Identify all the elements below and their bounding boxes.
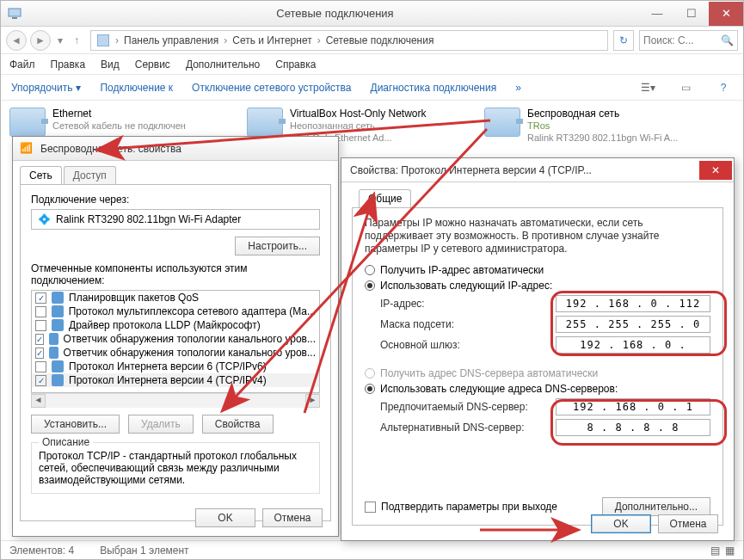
dns2-input[interactable]: 8 . 8 . 8 . 8	[556, 419, 710, 436]
list-item[interactable]: Протокол Интернета версии 6 (TCP/IPv6)	[32, 360, 319, 373]
description-label: Описание	[39, 436, 93, 448]
adapter-name-box: 💠 Ralink RT3290 802.11bgn Wi-Fi Adapter	[31, 209, 320, 230]
components-label: Отмеченные компоненты используются этим …	[31, 262, 320, 286]
checkbox-icon[interactable]: ✓	[35, 348, 44, 359]
protocol-icon	[52, 292, 64, 304]
menu-view[interactable]: Вид	[101, 58, 120, 71]
minimize-button[interactable]: —	[640, 2, 674, 26]
configure-button[interactable]: Настроить...	[235, 237, 320, 255]
menu-help[interactable]: Справка	[275, 58, 316, 71]
components-list[interactable]: ✓Планировщик пакетов QoS Протокол мульти…	[31, 290, 320, 393]
adapter-status: TRos	[527, 120, 678, 132]
radio-manual-ip[interactable]: Использовать следующий IP-адрес:	[365, 280, 710, 292]
search-input[interactable]: Поиск: С... 🔍	[639, 30, 738, 51]
list-item[interactable]: Драйвер протокола LLDP (Майкрософт)	[32, 318, 319, 332]
protocol-icon	[52, 360, 64, 372]
details-view-icon[interactable]: ▤	[710, 545, 720, 557]
view-options-button[interactable]: ☰▾	[638, 78, 657, 97]
checkbox-icon[interactable]	[35, 320, 46, 331]
status-count: Элементов: 4	[9, 545, 74, 557]
tool-diagnose[interactable]: Диагностика подключения	[371, 82, 497, 94]
forward-button[interactable]: ►	[30, 30, 51, 51]
scroll-left-icon[interactable]: ◄	[31, 394, 46, 408]
breadcrumb-part[interactable]: Сетевые подключения	[326, 34, 434, 46]
wifi-icon: 📶	[20, 142, 34, 156]
checkbox-icon[interactable]: ✓	[35, 375, 46, 386]
dns-settings-group: Предпочитаемый DNS-сервер: 192 . 168 . 0…	[380, 398, 710, 436]
tab-access[interactable]: Доступ	[64, 166, 116, 184]
recent-dropdown[interactable]: ▾	[54, 34, 66, 46]
checkbox-icon[interactable]	[35, 361, 46, 372]
mask-input[interactable]: 255 . 255 . 255 . 0	[556, 316, 710, 333]
up-button[interactable]: ↑	[66, 30, 87, 51]
menu-edit[interactable]: Правка	[51, 58, 86, 71]
adapter-device: Ralink RT3290 802.11bgn Wi-Fi A...	[527, 132, 678, 144]
advanced-button[interactable]: Дополнительно...	[602, 497, 710, 516]
nic-icon	[247, 108, 283, 137]
ipv4-properties-dialog: Свойства: Протокол Интернета версии 4 (T…	[341, 157, 735, 541]
ip-input[interactable]: 192 . 168 . 0 . 112	[556, 295, 710, 312]
list-item[interactable]: ✓Планировщик пакетов QoS	[32, 291, 319, 305]
close-button[interactable]: ✕	[709, 2, 743, 26]
preview-pane-button[interactable]: ▭	[676, 78, 695, 97]
search-icon: 🔍	[721, 34, 734, 46]
tab-general[interactable]: Общие	[359, 189, 411, 207]
status-bar: Элементов: 4 Выбран 1 элемент ▤ ▦	[1, 540, 743, 559]
cancel-button[interactable]: Отмена	[262, 508, 323, 527]
ok-button[interactable]: OK	[591, 514, 651, 533]
dns1-input[interactable]: 192 . 168 . 0 . 1	[556, 398, 710, 415]
dns1-label: Предпочитаемый DNS-сервер:	[380, 401, 556, 413]
menu-file[interactable]: Файл	[9, 58, 35, 71]
dialog-title: Свойства: Протокол Интернета версии 4 (T…	[341, 164, 699, 176]
maximize-button[interactable]: ☐	[674, 2, 709, 26]
list-item[interactable]: ✓Ответчик обнаружения топологии канально…	[32, 332, 319, 346]
refresh-button[interactable]: ↻	[613, 30, 634, 51]
tiles-view-icon[interactable]: ▦	[725, 545, 735, 557]
protocol-icon	[52, 305, 64, 317]
adapter-name: VirtualBox Host-Only Network	[290, 108, 427, 120]
menu-extra[interactable]: Дополнительно	[186, 58, 260, 71]
dns2-label: Альтернативный DNS-сервер:	[380, 422, 556, 434]
list-item[interactable]: ✓Ответчик обнаружения топологии канально…	[32, 346, 319, 360]
protocol-icon	[49, 347, 58, 359]
checkbox-icon[interactable]: ✓	[35, 292, 46, 304]
list-item-tcpipv4[interactable]: ✓Протокол Интернета версии 4 (TCP/IPv4)	[32, 373, 319, 387]
properties-button[interactable]: Свойства	[202, 415, 274, 434]
validate-checkbox[interactable]: Подтвердить параметры при выходе	[365, 501, 557, 513]
ok-button[interactable]: OK	[195, 508, 255, 527]
adapter-wireless[interactable]: Беспроводная сеть TRos Ralink RT3290 802…	[484, 108, 725, 144]
back-button[interactable]: ◄	[6, 30, 27, 51]
gateway-input[interactable]: 192 . 168 . 0 .	[556, 336, 710, 354]
tab-network[interactable]: Сеть	[20, 166, 62, 184]
radio-auto-ip[interactable]: Получить IP-адрес автоматически	[365, 264, 710, 276]
breadcrumb-part[interactable]: Панель управления	[124, 34, 218, 46]
scroll-right-icon[interactable]: ►	[305, 394, 320, 408]
radio-icon[interactable]	[365, 384, 375, 394]
close-button[interactable]: ✕	[699, 161, 732, 180]
list-item[interactable]: Протокол мультиплексора сетевого адаптер…	[32, 305, 319, 318]
checkbox-icon[interactable]: ✓	[35, 334, 44, 345]
checkbox-icon[interactable]	[35, 306, 46, 317]
radio-manual-dns[interactable]: Использовать следующие адреса DNS-сервер…	[365, 383, 710, 395]
dialog-body: Подключение через: 💠 Ralink RT3290 802.1…	[20, 184, 331, 521]
tool-disable[interactable]: Отключение сетевого устройства	[192, 82, 351, 94]
address-bar[interactable]: › Панель управления › Сеть и Интернет › …	[90, 30, 608, 51]
radio-icon[interactable]	[365, 280, 375, 291]
svg-rect-1	[12, 17, 17, 19]
adapter-status: Сетевой кабель не подключен	[52, 120, 186, 132]
adapter-properties-dialog: 📶 Беспроводная сеть: свойства Сеть Досту…	[12, 136, 339, 537]
tool-connect[interactable]: Подключение к	[100, 82, 173, 94]
tool-more[interactable]: »	[515, 82, 521, 94]
adapter-status: Неопознанная сеть	[290, 120, 427, 132]
tool-organize[interactable]: Упорядочить ▾	[11, 82, 81, 94]
search-placeholder: Поиск: С...	[643, 34, 694, 46]
menu-service[interactable]: Сервис	[135, 58, 170, 71]
cancel-button[interactable]: Отмена	[658, 514, 718, 533]
radio-icon[interactable]	[365, 265, 375, 275]
breadcrumb-part[interactable]: Сеть и Интернет	[232, 34, 311, 46]
horizontal-scrollbar[interactable]: ◄►	[31, 393, 320, 408]
help-button[interactable]: ?	[714, 78, 733, 97]
breadcrumb-bar: ◄ ► ▾ ↑ › Панель управления › Сеть и Инт…	[1, 27, 743, 54]
checkbox-icon[interactable]	[365, 502, 376, 513]
install-button[interactable]: Установить...	[31, 415, 120, 434]
